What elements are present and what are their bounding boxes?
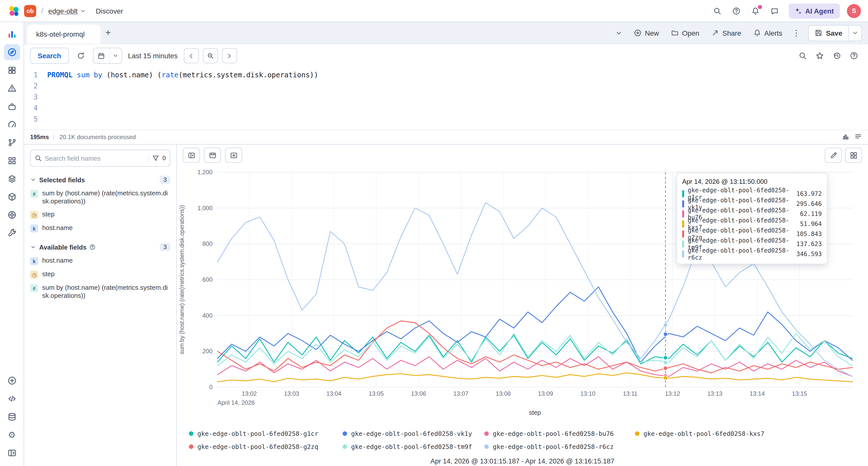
save-button[interactable]: Save: [809, 25, 848, 40]
field-item[interactable]: sum by (host.name) (rate(metrics.system.…: [24, 281, 176, 302]
editor-menu-icon[interactable]: [855, 132, 862, 142]
field-item[interactable]: host.name: [24, 221, 176, 235]
svg-text:600: 600: [203, 276, 213, 283]
share-icon: [711, 29, 719, 37]
project-breadcrumb[interactable]: edge-oblt: [48, 7, 86, 15]
machine-learning-icon[interactable]: [4, 207, 20, 223]
field-item[interactable]: host.name: [24, 254, 176, 268]
dashboards-icon[interactable]: [4, 62, 20, 78]
field-name: step: [42, 210, 55, 218]
legend-item[interactable]: gke-edge-oblt-pool-6fed0258-kxs7: [635, 430, 868, 437]
svg-text:sum by (host.name) (rate(metri: sum by (host.name) (rate(metrics.system.…: [179, 205, 185, 354]
stack-management-icon[interactable]: [4, 409, 20, 425]
tab-bar: k8s-otel-promql + New Open: [24, 22, 868, 44]
new-button[interactable]: New: [629, 25, 664, 41]
apm-icon[interactable]: [4, 134, 20, 151]
time-forward-icon[interactable]: [222, 48, 237, 63]
legend-item[interactable]: gke-edge-oblt-pool-6fed0258-bu76: [484, 430, 635, 437]
hide-fields-panel-icon[interactable]: [183, 148, 200, 163]
dev-wrench-icon[interactable]: [4, 225, 20, 241]
date-picker-caret-icon[interactable]: [109, 48, 121, 63]
search-icon: [35, 155, 42, 162]
available-fields-header[interactable]: Available fields 3: [24, 239, 176, 254]
question-circle-icon: [89, 244, 95, 250]
notification-dot: [758, 5, 762, 9]
content-area: 0 Selected fields 3 sum by (host.name) (…: [24, 145, 868, 466]
legend-item[interactable]: gke-edge-oblt-pool-6fed0258-g1cr: [189, 430, 343, 437]
tab-label: k8s-otel-promql: [36, 30, 85, 38]
field-item[interactable]: sum by (host.name) (rate(metrics.system.…: [24, 187, 176, 208]
filter-icon[interactable]: [152, 155, 159, 162]
histogram-options-icon[interactable]: [204, 148, 221, 163]
svg-text:13:12: 13:12: [665, 390, 680, 397]
calendar-icon[interactable]: [93, 48, 109, 63]
search-sessions-icon[interactable]: [795, 48, 811, 64]
services-icon[interactable]: [4, 153, 20, 169]
svg-text:200: 200: [203, 348, 213, 354]
share-button[interactable]: Share: [706, 25, 746, 41]
selected-fields-header[interactable]: Selected fields 3: [24, 172, 176, 187]
tab-k8s-otel-promql[interactable]: k8s-otel-promql: [27, 25, 100, 44]
line-numbers: 1 2 3 4 5: [24, 69, 47, 129]
feedback-icon[interactable]: [767, 3, 783, 19]
legend-item[interactable]: gke-edge-oblt-pool-6fed0258-r6cz: [484, 443, 635, 451]
series-swatch: [682, 241, 684, 248]
notifications-icon[interactable]: [747, 3, 764, 19]
field-search-input[interactable]: [45, 154, 146, 162]
field-item[interactable]: step: [24, 208, 176, 221]
alerts-button[interactable]: Alerts: [748, 25, 787, 41]
space-badge[interactable]: ob: [24, 5, 36, 17]
ai-agent-button[interactable]: AI Agent: [788, 3, 840, 18]
svg-text:13:10: 13:10: [581, 390, 595, 397]
chevron-down-icon: [30, 177, 36, 183]
visualization-settings-icon[interactable]: [845, 148, 862, 163]
alerts-icon[interactable]: [4, 80, 20, 96]
run-query-button[interactable]: Search: [30, 48, 68, 64]
query-text[interactable]: PROMQL sum by (host.name) (rate(metrics.…: [47, 69, 868, 129]
collapse-nav-icon[interactable]: [4, 445, 20, 461]
svg-text:13:08: 13:08: [496, 390, 511, 397]
field-item[interactable]: step: [24, 268, 176, 281]
cases-icon[interactable]: [4, 98, 20, 115]
esql-editor[interactable]: 1 2 3 4 5 PROMQL sum by (host.name) (rat…: [24, 67, 868, 129]
time-range-label[interactable]: Last 15 minutes: [126, 52, 180, 60]
legend-dot: [189, 444, 193, 449]
tooltip-row: gke-edge-oblt-pool-6fed0258-r6cz346.593: [682, 249, 822, 259]
series-swatch: [682, 210, 684, 217]
query-duration: 195ms: [30, 133, 49, 141]
discover-icon[interactable]: [4, 44, 20, 60]
save-options-icon[interactable]: [848, 25, 862, 40]
time-back-icon[interactable]: [184, 48, 199, 63]
add-data-icon[interactable]: [4, 373, 20, 389]
editor-help-icon[interactable]: [846, 48, 862, 64]
legend-item[interactable]: gke-edge-oblt-pool-6fed0258-g2zq: [189, 443, 343, 451]
save-split-button: Save: [808, 25, 862, 41]
more-options-icon[interactable]: ⋮: [789, 28, 803, 38]
dev-tools-icon[interactable]: [4, 391, 20, 407]
legend-item[interactable]: gke-edge-oblt-pool-6fed0258-tm9f: [343, 443, 484, 451]
open-button[interactable]: Open: [666, 25, 705, 41]
elastic-logo[interactable]: [8, 5, 19, 16]
breakdown-field-icon[interactable]: [225, 148, 242, 163]
refresh-icon[interactable]: [72, 48, 89, 64]
infrastructure-icon[interactable]: [4, 189, 20, 205]
inventory-icon[interactable]: [4, 171, 20, 187]
legend-dot: [343, 431, 347, 436]
status-bar-right: [842, 132, 862, 142]
analytics-icon[interactable]: [4, 26, 20, 42]
legend-item[interactable]: gke-edge-oblt-pool-6fed0258-vk1y: [343, 430, 484, 437]
time-zoom-icon[interactable]: [203, 48, 218, 63]
tab-options-icon[interactable]: [611, 25, 627, 41]
slos-icon[interactable]: [4, 117, 20, 132]
global-search-icon[interactable]: [709, 3, 725, 19]
settings-icon[interactable]: ⚙: [4, 427, 20, 443]
chevron-down-icon: [80, 8, 86, 14]
documents-processed: 20.1K documents processed: [60, 133, 136, 141]
edit-visualization-icon[interactable]: [825, 148, 842, 163]
query-history-icon[interactable]: [829, 48, 845, 64]
help-icon[interactable]: [728, 3, 744, 19]
toggle-histogram-icon[interactable]: [842, 132, 849, 142]
user-avatar[interactable]: S: [847, 4, 861, 18]
new-tab-button[interactable]: +: [105, 28, 111, 38]
star-icon[interactable]: [812, 48, 828, 64]
